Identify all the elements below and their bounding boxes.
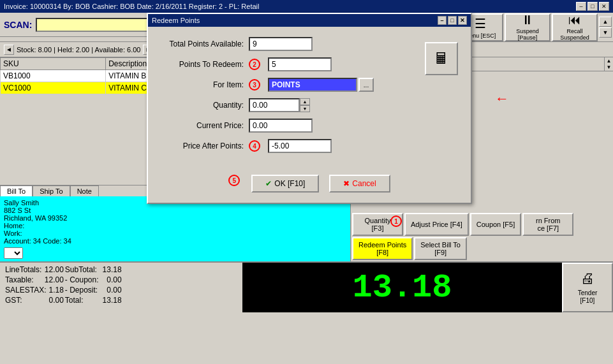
current-price-label: Current Price: [161, 121, 244, 130]
total-points-row: Total Points Available: [161, 37, 417, 51]
for-item-input[interactable] [268, 78, 357, 92]
for-item-label: For Item: [161, 80, 244, 89]
quantity-up-button[interactable]: ▲ [300, 98, 310, 105]
arrow-annotation: ← [495, 91, 509, 107]
dialog-footer: 5 ✔ OK [F10] ✖ Cancel [148, 170, 471, 203]
total-points-input[interactable] [249, 37, 313, 51]
for-item-input-group: ... [268, 78, 374, 92]
quantity-down-button[interactable]: ▼ [300, 105, 310, 112]
price-after-points-input[interactable] [268, 139, 332, 153]
current-price-input[interactable] [249, 119, 313, 133]
main-window: Invoice: 10000314 By: BOB Cashier: BOB D… [0, 0, 613, 364]
dialog-ok-button[interactable]: ✔ OK [F10] [251, 175, 319, 193]
quantity-label: Quantity: [161, 101, 244, 110]
dialog-close-button[interactable]: ✕ [458, 16, 467, 25]
for-item-browse-button[interactable]: ... [358, 78, 374, 92]
spinner-buttons: ▲ ▼ [300, 98, 310, 112]
circle-5: 5 [228, 175, 240, 186]
total-points-label: Total Points Available: [161, 40, 244, 48]
dialog-title-text: Redeem Points [152, 17, 200, 24]
ok-check-icon: ✔ [265, 179, 272, 188]
circle-4: 4 [249, 140, 260, 152]
quantity-spinner: ▲ ▼ [249, 98, 310, 112]
dialog-controls: – □ ✕ [438, 16, 467, 25]
circle-3: 3 [249, 79, 260, 91]
points-to-redeem-row: Points To Redeem: 2 [161, 57, 417, 71]
dialog-body: Total Points Available: Points To Redeem… [148, 27, 471, 170]
ok-label: OK [F10] [274, 179, 305, 188]
cancel-label: Cancel [352, 179, 376, 188]
price-after-points-label: Price After Points: [161, 142, 244, 150]
quantity-row: Quantity: ▲ ▼ [161, 98, 417, 112]
for-item-row: For Item: 3 ... [161, 78, 417, 92]
cancel-x-icon: ✖ [343, 179, 350, 188]
current-price-row: Current Price: [161, 119, 417, 133]
points-to-redeem-input[interactable] [268, 57, 332, 71]
calc-area: 🖩 [425, 37, 458, 159]
redeem-points-dialog: Redeem Points – □ ✕ Total Points Availab… [147, 13, 472, 204]
circle-2: 2 [249, 59, 260, 70]
dialog-restore-button[interactable]: □ [448, 16, 457, 25]
points-to-redeem-label: Points To Redeem: [161, 60, 244, 69]
calculator-button[interactable]: 🖩 [425, 42, 458, 75]
price-after-points-row: Price After Points: 4 [161, 139, 417, 153]
dialog-cancel-button[interactable]: ✖ Cancel [329, 175, 390, 193]
dialog-minimize-button[interactable]: – [438, 16, 447, 25]
dialog-overlay: Redeem Points – □ ✕ Total Points Availab… [0, 0, 613, 364]
dialog-form: Total Points Available: Points To Redeem… [161, 37, 417, 159]
quantity-input[interactable] [249, 98, 300, 112]
dialog-title-bar: Redeem Points – □ ✕ [148, 14, 471, 27]
